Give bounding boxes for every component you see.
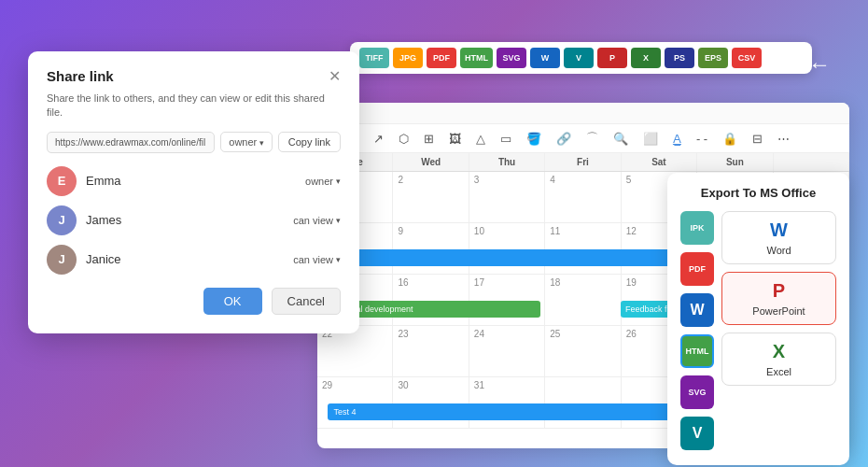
day-header-extra <box>774 153 849 171</box>
user-name-james: James <box>86 213 293 227</box>
gantt-cell: 18 <box>545 275 621 325</box>
file-type-x[interactable]: X <box>631 48 661 68</box>
tool-zoom[interactable]: 🔍 <box>609 130 632 148</box>
excel-label: Excel <box>766 366 791 377</box>
export-icon-html[interactable]: HTML <box>680 334 714 368</box>
tool-rect[interactable]: ▭ <box>497 130 515 148</box>
user-row-james: J James can view <box>47 205 341 235</box>
dialog-header: Share link ✕ <box>47 68 341 84</box>
excel-icon: X <box>773 341 785 362</box>
tool-fill[interactable]: 🪣 <box>523 130 545 148</box>
file-type-p[interactable]: P <box>597 48 627 68</box>
user-role-james[interactable]: can view <box>293 215 341 226</box>
export-option-word[interactable]: W Word <box>721 211 836 264</box>
file-type-csv[interactable]: CSV <box>732 48 762 68</box>
copy-link-button[interactable]: Copy link <box>278 132 341 152</box>
file-type-ps[interactable]: PS <box>665 48 694 68</box>
tool-frame[interactable]: ⬜ <box>639 130 662 148</box>
export-icon-svg[interactable]: SVG <box>680 375 714 409</box>
cancel-button[interactable]: Cancel <box>272 288 341 315</box>
file-type-eps[interactable]: EPS <box>698 48 728 68</box>
export-panel-title: Export To MS Office <box>680 186 836 200</box>
day-header-thu: Thu <box>469 153 545 171</box>
close-icon[interactable]: ✕ <box>329 69 341 84</box>
word-label: Word <box>766 245 791 256</box>
arrow-pointer: ← <box>808 51 831 78</box>
tool-dash[interactable]: - - <box>693 130 711 148</box>
file-type-w[interactable]: W <box>530 48 560 68</box>
tool-grid[interactable]: ⊟ <box>749 130 766 148</box>
link-input[interactable]: https://www.edrawmax.com/online/fil <box>47 132 215 153</box>
export-icon-ipk[interactable]: IPK <box>680 211 714 245</box>
export-layout: IPK PDF W HTML SVG V W Word P PowerPoint… <box>680 211 836 450</box>
avatar-janice: J <box>47 245 77 275</box>
powerpoint-label: PowerPoint <box>752 305 805 317</box>
day-header-wed: Wed <box>393 153 469 171</box>
user-row-emma: E Emma owner <box>47 166 341 196</box>
gantt-cell: 3 <box>469 172 545 222</box>
file-type-svg[interactable]: SVG <box>497 48 526 68</box>
day-header-sat: Sat <box>622 153 697 171</box>
tool-line-color[interactable]: A̲ <box>669 130 685 148</box>
export-right-options: W Word P PowerPoint X Excel <box>721 211 836 450</box>
avatar-emma: E <box>47 166 77 196</box>
user-row-janice: J Janice can view <box>47 245 341 275</box>
day-header-fri: Fri <box>545 153 621 171</box>
file-type-jpg[interactable]: JPG <box>393 48 423 68</box>
permission-dropdown[interactable]: owner <box>220 132 272 152</box>
tool-image[interactable]: 🖼 <box>445 130 465 148</box>
ok-button[interactable]: OK <box>203 288 262 315</box>
powerpoint-icon: P <box>773 280 785 302</box>
tool-chart[interactable]: △ <box>472 130 489 148</box>
user-name-janice: Janice <box>86 252 293 266</box>
tool-shape[interactable]: ⬡ <box>395 130 413 148</box>
gantt-header: Tue Wed Thu Fri Sat Sun <box>317 153 849 172</box>
file-type-v[interactable]: V <box>564 48 594 68</box>
export-icon-pdf[interactable]: PDF <box>680 252 714 286</box>
export-icon-word-small[interactable]: W <box>680 293 714 327</box>
user-role-emma[interactable]: owner <box>305 176 341 187</box>
dialog-title: Share link <box>47 68 114 84</box>
link-row: https://www.edrawmax.com/online/fil owne… <box>47 132 341 153</box>
user-role-janice[interactable]: can view <box>293 254 341 265</box>
gantt-bar-general: General development <box>328 301 540 318</box>
export-option-excel[interactable]: X Excel <box>721 333 836 386</box>
avatar-james: J <box>47 205 77 235</box>
user-name-emma: Emma <box>86 174 305 188</box>
dialog-actions: OK Cancel <box>47 288 341 315</box>
help-bar: Help <box>317 103 849 124</box>
tool-curve[interactable]: ⌒ <box>582 128 602 149</box>
share-link-dialog: Share link ✕ Share the link to others, a… <box>28 51 359 333</box>
gantt-cell: 23 <box>393 326 469 376</box>
export-icon-v[interactable]: V <box>680 417 714 450</box>
file-type-html[interactable]: HTML <box>460 48 493 68</box>
file-type-toolbar: TIFFJPGPDFHTMLSVGWVPXPSEPSCSV <box>350 42 812 74</box>
canvas-tools: T T ↗ ⬡ ⊞ 🖼 △ ▭ 🪣 🔗 ⌒ 🔍 ⬜ A̲ - - 🔒 ⊟ ⋯ <box>317 124 849 153</box>
tool-arrow[interactable]: ↗ <box>370 130 387 148</box>
export-left-icons: IPK PDF W HTML SVG V <box>680 211 714 450</box>
tool-lock[interactable]: 🔒 <box>719 130 741 148</box>
dialog-description: Share the link to others, and they can v… <box>47 92 341 120</box>
gantt-cell: 24 <box>469 326 545 376</box>
tool-table[interactable]: ⊞ <box>420 130 438 148</box>
gantt-cell: 22 <box>317 326 393 376</box>
tool-more[interactable]: ⋯ <box>774 130 793 148</box>
file-type-pdf[interactable]: PDF <box>427 48 456 68</box>
gantt-cell: 4 <box>545 172 621 222</box>
day-header-sun: Sun <box>697 153 773 171</box>
word-icon: W <box>770 219 788 241</box>
tool-link[interactable]: 🔗 <box>553 130 575 148</box>
export-option-powerpoint[interactable]: P PowerPoint <box>721 272 836 325</box>
export-panel: Export To MS Office IPK PDF W HTML SVG V… <box>667 173 849 465</box>
gantt-cell: 2 <box>393 172 469 222</box>
gantt-cell: 25 <box>545 326 621 376</box>
file-type-tiff[interactable]: TIFF <box>359 48 389 68</box>
